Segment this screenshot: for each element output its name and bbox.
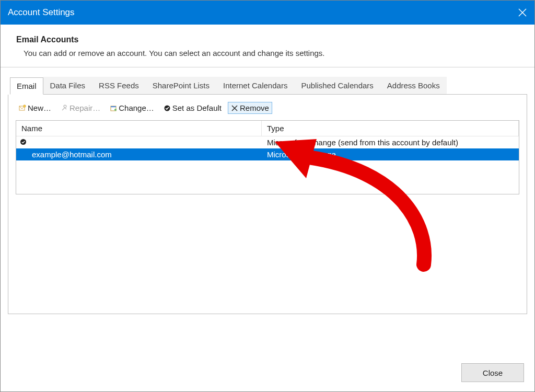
tab-email[interactable]: Email [10,77,43,95]
new-label: New… [28,103,51,112]
tab-address-books[interactable]: Address Books [380,77,447,94]
remove-x-icon [231,105,238,112]
svg-point-10 [20,139,26,145]
table-header: Name Type [16,121,519,136]
col-header-type[interactable]: Type [262,121,519,136]
tab-published-calendars[interactable]: Published Calendars [294,77,380,94]
tab-data-files[interactable]: Data Files [43,77,92,94]
remove-label: Remove [240,103,269,112]
tabs: Email Data Files RSS Feeds SharePoint Li… [10,77,527,95]
page-heading: Email Accounts [16,35,519,44]
close-window-button[interactable] [510,1,534,25]
default-badge-icon [19,139,27,146]
cell-type: Microsoft Exchange [262,148,519,160]
change-button[interactable]: Change… [107,102,157,114]
cell-name [16,136,262,148]
toolbar: New… Repair… Change… [16,102,519,114]
set-default-button[interactable]: Set as Default [160,102,225,114]
repair-label: Repair… [69,103,100,112]
account-settings-window: Account Settings Email Accounts You can … [0,0,535,392]
cell-type: Microsoft Exchange (send from this accou… [262,136,519,148]
svg-point-3 [24,105,26,107]
header-section: Email Accounts You can add or remove an … [1,25,534,67]
table-row[interactable]: Microsoft Exchange (send from this accou… [16,136,519,148]
table-row[interactable]: example@hotmail.com Microsoft Exchange [16,148,519,160]
repair-icon [61,105,68,112]
cell-name: example@hotmail.com [16,148,262,160]
svg-point-6 [114,108,117,110]
col-header-name[interactable]: Name [16,121,262,136]
new-mail-icon [19,105,26,112]
change-icon [110,105,117,112]
svg-rect-5 [111,106,116,107]
tab-internet-calendars[interactable]: Internet Calendars [216,77,294,94]
content-area: Email Data Files RSS Feeds SharePoint Li… [1,67,534,314]
page-subheading: You can add or remove an account. You ca… [16,49,519,57]
change-label: Change… [119,103,154,112]
check-circle-icon [164,105,171,112]
set-default-label: Set as Default [172,103,222,112]
window-title: Account Settings [8,7,75,18]
tab-sharepoint-lists[interactable]: SharePoint Lists [146,77,216,94]
tab-rss-feeds[interactable]: RSS Feeds [92,77,146,94]
repair-button: Repair… [57,102,103,114]
table-body: Microsoft Exchange (send from this accou… [16,136,519,194]
titlebar: Account Settings [1,1,534,25]
tab-panel-email: New… Repair… Change… [8,95,527,314]
footer: Close [461,363,524,382]
remove-button[interactable]: Remove [228,102,272,114]
close-button[interactable]: Close [461,363,524,382]
new-button[interactable]: New… [16,102,54,114]
accounts-table: Name Type Microsoft Exchange (send from … [16,120,519,194]
close-icon [518,8,527,17]
